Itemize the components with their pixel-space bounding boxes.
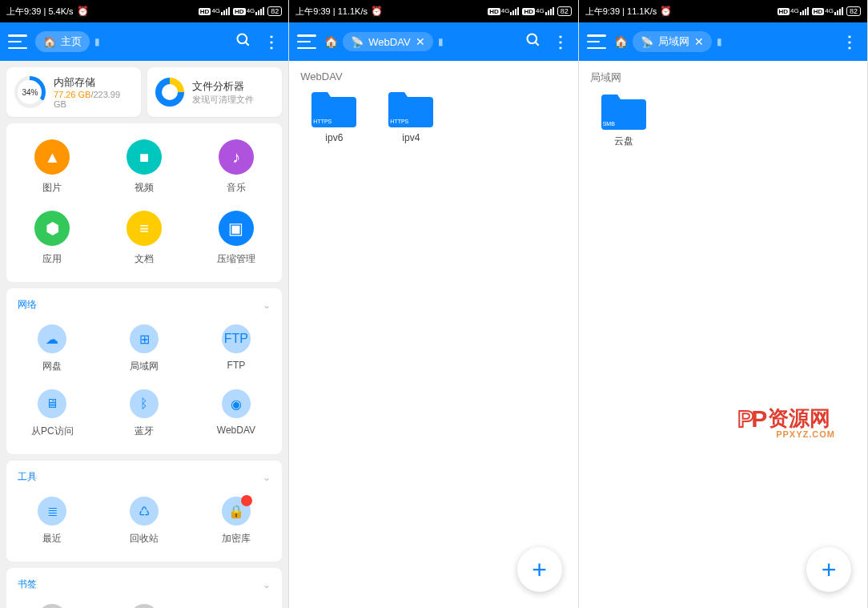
bluetooth-icon: ᛒ	[130, 389, 159, 418]
search-button[interactable]	[524, 32, 543, 52]
section-label: 局域网	[579, 61, 867, 91]
home-icon: 🏠	[43, 36, 56, 48]
breadcrumb: 🏠 主页 ▮	[35, 29, 226, 54]
home-icon[interactable]: 🏠	[324, 35, 338, 48]
svg-line-3	[535, 42, 538, 45]
recent-icon: ≣	[38, 497, 66, 525]
image-icon: ▲	[34, 139, 70, 175]
plus-icon: +	[38, 604, 66, 608]
vault-icon: 🔒	[222, 497, 251, 525]
recycle-icon: ♺	[130, 497, 159, 525]
home-icon[interactable]: 🏠	[614, 35, 628, 48]
storage-card[interactable]: 34% 内部存储 77.26 GB/223.99 GB	[6, 67, 141, 117]
network-pc[interactable]: 🖥从PC访问	[6, 389, 98, 438]
status-time: 上午9:39 | 5.4K/s	[6, 6, 74, 18]
alarm-icon: ⏰	[77, 6, 89, 17]
more-button[interactable]: ⋮	[551, 32, 570, 51]
alarm-icon: ⏰	[371, 6, 383, 17]
tools-recycle[interactable]: ♺回收站	[98, 497, 191, 546]
storage-sub: 77.26 GB/223.99 GB	[54, 90, 133, 109]
chevron-down-icon[interactable]: ⌄	[263, 472, 271, 483]
folder-icon: SMB	[600, 91, 648, 130]
folder-ipv6[interactable]: HTTPS ipv6	[305, 89, 363, 143]
lan-icon: ⊞	[130, 324, 159, 353]
download-icon: ↓	[130, 604, 159, 608]
network-title: 网络	[18, 298, 37, 312]
status-bar: 上午9:39 | 5.4K/s ⏰ HD4G HD4G 82	[0, 0, 288, 22]
pc-icon: 🖥	[38, 389, 66, 418]
category-music[interactable]: ♪音乐	[191, 139, 283, 195]
category-docs[interactable]: ≡文档	[98, 211, 191, 266]
battery-icon: 82	[267, 6, 282, 16]
network-lan[interactable]: ⊞局域网	[98, 324, 191, 373]
section-label: WebDAV	[289, 61, 577, 89]
more-button[interactable]: ⋮	[840, 32, 859, 51]
top-bar: 🏠 主页 ▮ ⋮	[0, 22, 288, 61]
analyzer-card[interactable]: 文件分析器 发现可清理文件	[147, 67, 282, 117]
folder-cloud[interactable]: SMB 云盘	[595, 91, 653, 148]
category-archives[interactable]: ▣压缩管理	[191, 211, 283, 266]
network-ftp[interactable]: FTPFTP	[191, 324, 283, 373]
chevron-down-icon[interactable]: ⌄	[263, 300, 271, 311]
screen-home: 上午9:39 | 5.4K/s ⏰ HD4G HD4G 82 🏠 主页 ▮ ⋮ …	[0, 0, 289, 608]
breadcrumb-lan[interactable]: 📡 局域网 ✕	[633, 31, 712, 52]
search-button[interactable]	[234, 32, 253, 52]
status-bar: 上午9:39 | 11.1K/s ⏰ HD4G HD4G 82	[289, 0, 577, 22]
fab-add-button[interactable]: +	[806, 547, 851, 592]
breadcrumb: 🏠 📡 局域网 ✕ ▮	[614, 29, 832, 54]
categories-section: ▲图片 ■视频 ♪音乐 ⬢应用 ≡文档 ▣压缩管理	[6, 123, 282, 282]
analyzer-sub: 发现可清理文件	[192, 94, 254, 106]
video-icon: ■	[127, 139, 162, 175]
doc-icon: ≡	[127, 211, 162, 246]
folder-ipv4[interactable]: HTTPS ipv4	[382, 89, 440, 143]
webdav-icon: ◉	[222, 389, 251, 418]
network-icon: 📡	[351, 36, 364, 48]
network-clouddisk[interactable]: ☁网盘	[6, 324, 98, 373]
breadcrumb: 🏠 📡 WebDAV ✕ ▮	[324, 29, 515, 54]
category-images[interactable]: ▲图片	[6, 139, 98, 195]
network-bluetooth[interactable]: ᛒ蓝牙	[98, 389, 191, 438]
network-icon: 📡	[641, 36, 653, 48]
analyzer-icon	[155, 78, 184, 107]
content-lan: 局域网 SMB 云盘 PP 资源网 PPXYZ.COM	[579, 61, 867, 608]
archive-icon: ▣	[219, 211, 254, 246]
ftp-icon: FTP	[222, 324, 251, 353]
breadcrumb-trail-icon: ▮	[94, 36, 100, 47]
content-home: 34% 内部存储 77.26 GB/223.99 GB 文件分析器 发现可清理文…	[0, 61, 288, 608]
fab-add-button[interactable]: +	[517, 547, 562, 592]
menu-button[interactable]	[587, 34, 606, 49]
breadcrumb-home[interactable]: 🏠 主页	[35, 31, 90, 52]
category-apps[interactable]: ⬢应用	[6, 211, 98, 266]
content-webdav: WebDAV HTTPS ipv6 HTTPS ipv4	[289, 61, 577, 608]
bookmark-download[interactable]: ↓	[98, 604, 191, 608]
music-icon: ♪	[219, 139, 254, 175]
network-webdav[interactable]: ◉WebDAV	[191, 389, 283, 438]
more-button[interactable]: ⋮	[261, 32, 280, 51]
menu-button[interactable]	[8, 34, 27, 49]
folder-icon: HTTPS	[387, 89, 435, 127]
screen-lan: 上午9:39 | 11.1K/s ⏰ HD4G HD4G 82 🏠 📡 局域网 …	[579, 0, 868, 608]
svg-line-1	[246, 42, 249, 45]
app-icon: ⬢	[34, 211, 70, 246]
menu-button[interactable]	[297, 34, 316, 49]
status-bar: 上午9:39 | 11.1K/s ⏰ HD4G HD4G 82	[579, 0, 867, 22]
category-videos[interactable]: ■视频	[98, 139, 191, 195]
close-tab-button[interactable]: ✕	[694, 35, 704, 48]
status-time: 上午9:39 | 11.1K/s	[295, 6, 368, 18]
top-bar: 🏠 📡 局域网 ✕ ▮ ⋮	[579, 22, 867, 61]
alarm-icon: ⏰	[660, 6, 672, 17]
network-section: 网络⌄ ☁网盘 ⊞局域网 FTPFTP 🖥从PC访问 ᛒ蓝牙 ◉WebDAV	[6, 288, 282, 454]
bookmark-add[interactable]: +	[6, 604, 98, 608]
status-time: 上午9:39 | 11.1K/s	[585, 6, 657, 18]
breadcrumb-webdav[interactable]: 📡 WebDAV ✕	[343, 32, 432, 51]
storage-ring-icon: 34%	[14, 76, 46, 108]
tools-vault[interactable]: 🔒加密库	[191, 497, 283, 546]
top-bar: 🏠 📡 WebDAV ✕ ▮ ⋮	[289, 22, 577, 61]
tools-section: 工具⌄ ≣最近 ♺回收站 🔒加密库	[6, 461, 282, 562]
tools-recent[interactable]: ≣最近	[6, 497, 98, 546]
close-tab-button[interactable]: ✕	[416, 35, 425, 48]
storage-title: 内部存储	[54, 75, 133, 90]
svg-point-0	[238, 34, 247, 43]
folder-icon: HTTPS	[310, 89, 358, 127]
chevron-down-icon[interactable]: ⌄	[263, 579, 271, 590]
